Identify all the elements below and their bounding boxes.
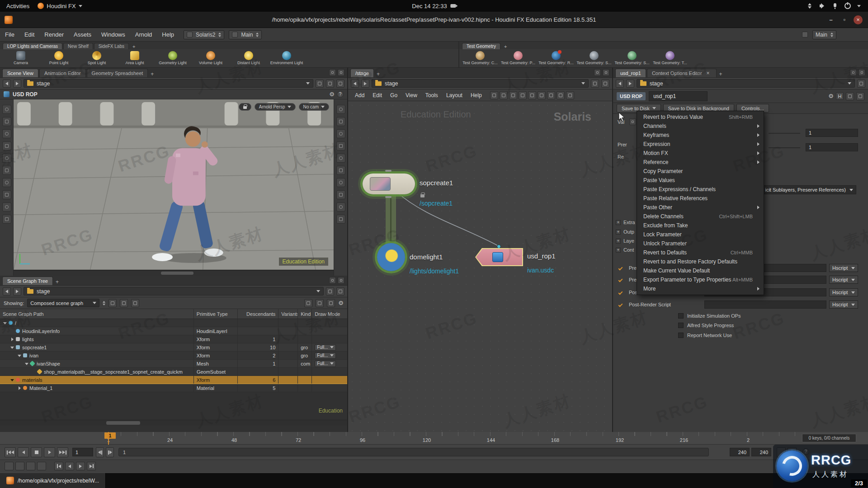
prev-frame-button[interactable] <box>18 447 29 457</box>
frame-value-field[interactable]: 1 <box>806 143 858 151</box>
normals-icon[interactable] <box>336 129 345 138</box>
table-row[interactable]: shop_materialpath__stage_sopcreate1_sopn… <box>0 368 347 376</box>
shelf-tool-testgeo-3[interactable]: Test Geometry: R... <box>537 51 575 65</box>
global-end-field[interactable]: 240 <box>751 448 771 456</box>
back-button[interactable] <box>3 287 11 296</box>
materials-tool-icon[interactable] <box>2 215 11 224</box>
expander-icon[interactable] <box>10 378 14 382</box>
pane-maximize-icon[interactable] <box>603 69 609 76</box>
magnet-icon[interactable] <box>500 91 508 99</box>
menu-item-make-current-default[interactable]: Make Current Value Default <box>637 266 764 275</box>
checkmark-icon[interactable] <box>618 290 623 295</box>
draw-mode-select[interactable]: Full... <box>315 344 335 351</box>
tab-geometry-spreadsheet[interactable]: Geometry Spreadsheet <box>87 69 148 77</box>
script-language-select[interactable]: Hscript <box>829 264 858 272</box>
param-slider[interactable] <box>769 133 800 134</box>
menu-item-exclude-from-take[interactable]: Exclude from Take <box>637 221 764 230</box>
shelf-tool-testgeo-6[interactable]: Test Geometry: T... <box>651 51 689 65</box>
shelf-tab-lop-lights[interactable]: LOP Lights and Cameras <box>3 43 62 49</box>
shelf-tool-area-light[interactable]: Area Light <box>116 51 154 65</box>
menu-item-revert-restore-factory[interactable]: Revert to and Restore Factory Defaults <box>637 257 764 266</box>
renderer-pill[interactable]: Arnold Persp <box>255 103 296 111</box>
table-row[interactable]: / <box>0 319 347 327</box>
frame-slider[interactable]: 1 <box>118 448 709 456</box>
pane-maximize-icon[interactable] <box>338 69 344 76</box>
net-menu-help[interactable]: Help <box>467 89 486 101</box>
help-icon[interactable]: ? <box>337 91 344 98</box>
table-row-selected[interactable]: materials Xform6 <box>0 376 347 384</box>
wrench-icon[interactable] <box>490 91 498 99</box>
table-row[interactable]: Material_1 Material5 <box>0 384 347 392</box>
desktop-select[interactable]: Solaris2 <box>184 30 224 39</box>
minimize-button[interactable]: – <box>826 15 835 24</box>
expand-icon[interactable]: + <box>616 230 621 235</box>
grid-snap-icon[interactable] <box>509 91 517 99</box>
back-button[interactable] <box>351 80 359 88</box>
menu-item-copy-parameter[interactable]: Copy Parameter <box>637 167 764 176</box>
tab-stage-network[interactable]: /stage <box>350 69 374 77</box>
param-slider[interactable] <box>769 147 800 148</box>
node-domelight1[interactable] <box>377 243 405 271</box>
shelf-add-tab-button[interactable]: + <box>130 44 138 49</box>
add-tab-button[interactable]: + <box>149 71 156 77</box>
menu-assets[interactable]: Assets <box>69 28 96 41</box>
back-button[interactable] <box>616 80 624 88</box>
menu-arnold[interactable]: Arnold <box>130 28 157 41</box>
shelf-tab-sidefx-labs[interactable]: SideFX Labs <box>94 43 129 49</box>
menu-render[interactable]: Render <box>39 28 69 41</box>
menu-item-revert-to-defaults[interactable]: Revert to DefaultsCtrl+MMB <box>637 248 764 257</box>
menu-item-delete-channels[interactable]: Delete ChannelsCtrl+Shift+LMB <box>637 212 764 221</box>
param-expand-row[interactable]: +Outp <box>616 228 634 235</box>
scale-tool-icon[interactable] <box>2 141 11 150</box>
search-icon[interactable] <box>846 92 854 100</box>
grid-icon[interactable] <box>336 154 345 163</box>
expander-icon[interactable] <box>10 337 14 342</box>
expand-icon[interactable]: + <box>616 239 621 244</box>
forward-button[interactable] <box>361 80 369 88</box>
tab-usd-rop1[interactable]: usd_rop1 <box>615 69 646 77</box>
expander-icon[interactable] <box>17 386 22 390</box>
menu-item-keyframes[interactable]: Keyframes <box>637 131 764 140</box>
render-tool-icon[interactable] <box>2 190 11 199</box>
close-icon[interactable]: × <box>705 70 712 76</box>
shelf-tool-testgeo-5[interactable]: Test Geometry: S... <box>613 51 651 65</box>
menu-item-revert-previous[interactable]: Revert to Previous ValueShift+RMB <box>637 113 764 122</box>
shelf-tool-geometry-light[interactable]: Geometry Light <box>154 51 192 65</box>
close-button[interactable]: × <box>854 15 863 24</box>
net-menu-tools[interactable]: Tools <box>422 89 442 101</box>
chevron-down-icon[interactable] <box>857 5 861 7</box>
net-menu-add[interactable]: Add <box>351 89 368 101</box>
params-path-field[interactable]: stage <box>637 79 855 88</box>
overlay-icon[interactable] <box>336 215 345 224</box>
menu-item-lock-parameter[interactable]: Lock Parameter <box>637 230 764 239</box>
window-title-bar[interactable]: /home/opika/vfx/projects/rebelWay/solari… <box>0 12 868 28</box>
scene-select[interactable]: Main <box>229 30 262 39</box>
select-tool-icon[interactable] <box>2 105 11 114</box>
table-row[interactable]: lights Xform1 <box>0 335 347 343</box>
solo-toggle-icon[interactable] <box>327 299 335 307</box>
checkmark-icon[interactable] <box>618 277 623 282</box>
link-icon[interactable] <box>336 287 344 296</box>
shelf-tool-testgeo-2[interactable]: Test Geometry: P... <box>499 51 537 65</box>
checkmark-icon[interactable] <box>618 302 623 307</box>
current-frame-field[interactable]: 1 <box>72 448 93 456</box>
list-view-icon[interactable] <box>519 91 527 99</box>
showing-select[interactable]: Composed scene graph <box>27 299 99 307</box>
node-label[interactable]: usd_rop1 <box>527 252 556 260</box>
play-button[interactable] <box>44 447 55 457</box>
prev-key-button[interactable] <box>96 447 104 457</box>
expander-icon[interactable] <box>17 353 22 358</box>
table-row[interactable]: HoudiniLayerInfo HoudiniLayerI <box>0 327 347 335</box>
viewport-scrollbar[interactable] <box>14 270 334 276</box>
pin-icon[interactable] <box>591 80 599 88</box>
menu-windows[interactable]: Windows <box>96 28 130 41</box>
add-tab-button[interactable]: + <box>375 71 382 77</box>
link-icon[interactable] <box>326 80 334 88</box>
shelf-tool-camera[interactable]: Camera <box>2 51 40 65</box>
shelf-tab-new-shelf[interactable]: New Shelf <box>63 43 93 49</box>
script-language-select[interactable]: Hscript <box>829 300 858 309</box>
microphone-icon[interactable] <box>832 3 838 9</box>
pin-icon[interactable] <box>857 80 865 88</box>
dopesheet-icon[interactable] <box>37 462 46 470</box>
lights-tool-icon[interactable] <box>2 202 11 211</box>
